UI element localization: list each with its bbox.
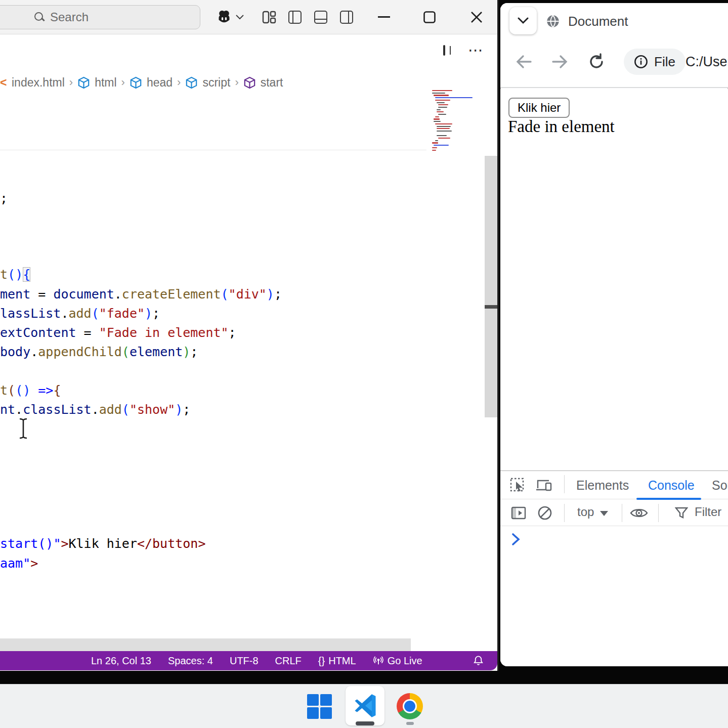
address-bar-url[interactable]: C:/User	[686, 49, 728, 75]
forward-icon[interactable]	[549, 51, 571, 73]
reload-icon[interactable]	[585, 51, 608, 73]
vscode-window: Search ⋯ <> index.html › html	[0, 0, 499, 671]
inspect-element-icon[interactable]	[506, 474, 529, 496]
statusbar: Ln 26, Col 13 Spaces: 4 UTF-8 CRLF {} HT…	[0, 651, 497, 670]
tab-title: Document	[568, 14, 628, 29]
editor-horizontal-scrollbar[interactable]	[0, 638, 411, 651]
code-line: t(() =>{	[0, 381, 61, 400]
chrome-tabstrip: Document	[500, 3, 728, 37]
broadcast-icon	[373, 655, 384, 666]
back-icon[interactable]	[512, 51, 535, 73]
device-toolbar-icon[interactable]	[533, 474, 555, 496]
taskbar-vscode-button[interactable]	[346, 686, 384, 725]
scrollbar-divider	[485, 305, 497, 309]
text-cursor-ibeam	[18, 418, 28, 439]
globe-icon	[546, 14, 560, 28]
console-sidebar-icon[interactable]	[507, 502, 530, 524]
code-line: start()">Klik hier</button>	[0, 534, 205, 553]
url-file-chip[interactable]: File	[624, 49, 686, 75]
code-line: extContent = "Fade in element";	[0, 323, 236, 342]
notifications-bell-icon[interactable]	[473, 651, 484, 670]
open-app-indicator	[406, 722, 414, 725]
taskbar-chrome-button[interactable]	[397, 693, 423, 719]
code-line: nt.classList.add("show");	[0, 400, 190, 419]
divider	[658, 504, 659, 522]
windows-taskbar	[0, 684, 728, 728]
code-line: aam">	[0, 554, 38, 573]
console-prompt-icon[interactable]	[511, 533, 521, 548]
braces-icon: {}	[318, 655, 325, 667]
tab-elements[interactable]: Elements	[576, 471, 629, 499]
statusbar-eol[interactable]: CRLF	[275, 655, 302, 667]
chrome-window: Document File C:/User Klik hier Fade in …	[500, 3, 728, 666]
code-line: ment = document.createElement("div");	[0, 285, 282, 304]
live-expression-eye-icon[interactable]	[628, 502, 650, 524]
code-line: ;	[0, 189, 8, 208]
minimap[interactable]	[431, 90, 482, 154]
console-toolbar: top Filter	[500, 500, 728, 526]
divider	[622, 504, 622, 522]
klik-hier-button[interactable]: Klik hier	[508, 98, 570, 118]
statusbar-indent[interactable]: Spaces: 4	[168, 655, 213, 667]
chip-label: File	[654, 54, 675, 70]
tab-console[interactable]: Console	[648, 471, 695, 499]
statusbar-line-col[interactable]: Ln 26, Col 13	[91, 655, 151, 667]
info-icon	[634, 55, 648, 69]
divider	[564, 504, 565, 522]
browser-tab[interactable]: Document	[546, 10, 628, 32]
editor-vertical-scrollbar[interactable]	[485, 156, 497, 417]
tab-sources[interactable]: Sou	[712, 471, 728, 499]
code-line: t(){	[0, 265, 30, 284]
clear-console-icon[interactable]	[534, 502, 556, 524]
chrome-toolbar: File C:/User	[500, 37, 728, 88]
divider	[564, 475, 565, 493]
code-line: body.appendChild(element);	[0, 342, 198, 362]
start-button[interactable]	[307, 694, 332, 719]
chevron-down-icon	[518, 17, 529, 24]
fade-in-text: Fade in element	[508, 117, 615, 136]
code-editor[interactable]: ;t(){ment = document.createElement("div"…	[0, 0, 485, 638]
filter-funnel-icon[interactable]	[670, 502, 693, 524]
statusbar-encoding[interactable]: UTF-8	[230, 655, 259, 667]
page-viewport: Klik hier Fade in element	[500, 89, 728, 470]
filter-label[interactable]: Filter	[695, 505, 721, 519]
statusbar-language[interactable]: {} HTML	[318, 655, 356, 667]
active-app-indicator	[356, 721, 374, 725]
vscode-logo-icon	[352, 692, 379, 719]
devtools-tabbar: Elements Console Sou	[500, 471, 728, 499]
statusbar-go-live[interactable]: Go Live	[373, 655, 422, 667]
dropdown-arrow-icon	[600, 511, 608, 516]
chrome-logo-icon	[397, 693, 423, 719]
frame-context-select[interactable]: top	[577, 505, 608, 519]
code-line: lassList.add("fade");	[0, 304, 160, 323]
devtools-panel: Elements Console Sou top Filte	[500, 470, 728, 666]
tab-search-button[interactable]	[509, 7, 537, 34]
